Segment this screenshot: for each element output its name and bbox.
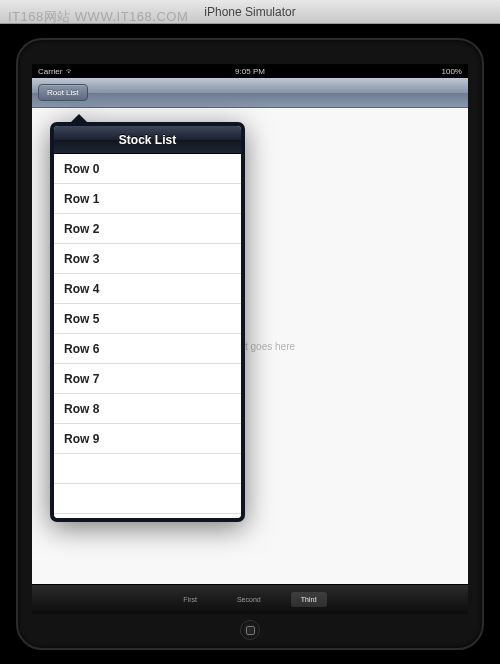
root-list-button[interactable]: Root List: [38, 84, 88, 101]
status-bar: Carrier ᯤ 9:05 PM 100%: [32, 64, 468, 78]
list-item[interactable]: Row 1: [54, 184, 241, 214]
watermark: IT168网站 WWW.IT168.COM: [8, 8, 188, 26]
tab-bar: First Second Third: [32, 584, 468, 614]
list-item[interactable]: Row 8: [54, 394, 241, 424]
popover-arrow-icon: [70, 114, 88, 123]
ipad-screen: Carrier ᯤ 9:05 PM 100% Root List w conte…: [32, 64, 468, 614]
tab-first[interactable]: First: [173, 592, 207, 607]
tab-third[interactable]: Third: [291, 592, 327, 607]
carrier-label: Carrier: [38, 67, 62, 76]
list-item[interactable]: [54, 484, 241, 514]
popover-title: Stock List: [54, 126, 241, 154]
list-item[interactable]: Row 3: [54, 244, 241, 274]
list-item[interactable]: Row 6: [54, 334, 241, 364]
popover-body: Stock List Row 0 Row 1 Row 2 Row 3 Row 4…: [50, 122, 245, 522]
status-battery: 100%: [321, 67, 462, 76]
simulator-title: iPhone Simulator: [204, 5, 295, 19]
simulator-stage: Carrier ᯤ 9:05 PM 100% Root List w conte…: [0, 24, 500, 664]
list-item[interactable]: Row 9: [54, 424, 241, 454]
list-item[interactable]: Row 4: [54, 274, 241, 304]
status-left: Carrier ᯤ: [38, 67, 179, 76]
tab-second[interactable]: Second: [227, 592, 271, 607]
list-item[interactable]: Row 7: [54, 364, 241, 394]
wifi-icon: ᯤ: [66, 67, 74, 76]
list-item[interactable]: Row 5: [54, 304, 241, 334]
popover-list[interactable]: Row 0 Row 1 Row 2 Row 3 Row 4 Row 5 Row …: [54, 154, 241, 518]
list-item[interactable]: [54, 454, 241, 484]
navigation-bar: Root List: [32, 78, 468, 108]
home-button[interactable]: [240, 620, 260, 640]
list-item[interactable]: Row 0: [54, 154, 241, 184]
status-time: 9:05 PM: [179, 67, 320, 76]
popover: Stock List Row 0 Row 1 Row 2 Row 3 Row 4…: [50, 122, 245, 522]
list-item[interactable]: Row 2: [54, 214, 241, 244]
popover-inner: Stock List Row 0 Row 1 Row 2 Row 3 Row 4…: [54, 126, 241, 518]
ipad-frame: Carrier ᯤ 9:05 PM 100% Root List w conte…: [16, 38, 484, 650]
